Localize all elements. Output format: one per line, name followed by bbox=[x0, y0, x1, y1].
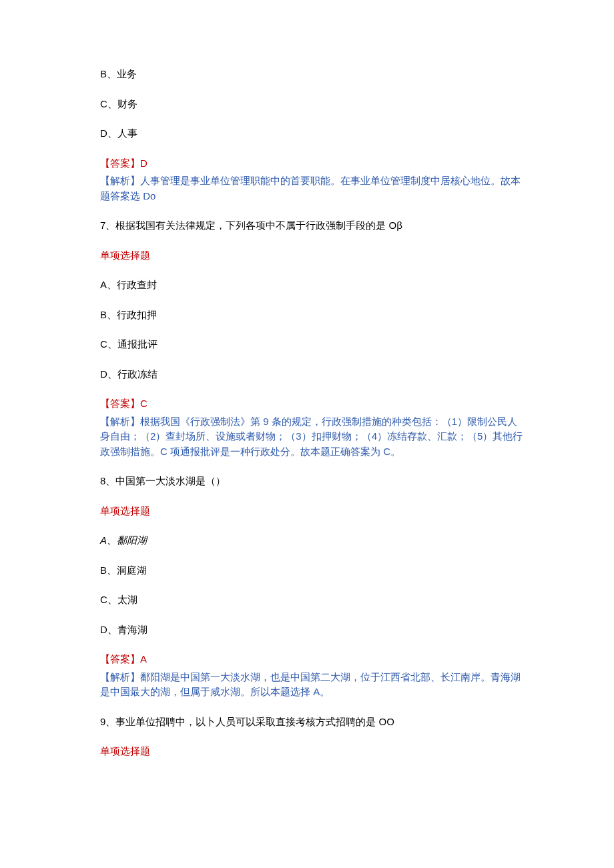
answer-value: A bbox=[140, 653, 147, 665]
q8-option-a: A、鄱阳湖 bbox=[100, 533, 527, 548]
q7-type-label: 单项选择题 bbox=[100, 248, 527, 264]
q9-stem: 9、事业单位招聘中，以卜人员可以采取直接考核方式招聘的是 OO bbox=[100, 715, 527, 730]
q7-option-d: D、行政冻结 bbox=[100, 367, 527, 382]
answer-label: 【答案】 bbox=[100, 157, 140, 169]
q8-type-label: 单项选择题 bbox=[100, 504, 527, 519]
q8-option-a-text: A、鄱阳湖 bbox=[100, 534, 147, 546]
q8-option-c: C、太湖 bbox=[100, 592, 527, 608]
q7-answer: 【答案】C bbox=[100, 396, 527, 412]
q6-option-b: B、业务 bbox=[100, 67, 527, 82]
explain-label: 【解析】 bbox=[100, 175, 140, 186]
explain-label: 【解析】 bbox=[100, 671, 140, 683]
q8-answer: 【答案】A bbox=[100, 652, 527, 667]
q6-option-c: C、财务 bbox=[100, 97, 527, 112]
q7-option-b: B、行政扣押 bbox=[100, 308, 527, 323]
q9-type-label: 单项选择题 bbox=[100, 744, 527, 759]
q7-option-a: A、行政查封 bbox=[100, 278, 527, 293]
explain-text: 根据我国《行政强制法》第 9 条的规定，行政强制措施的种类包括：（1）限制公民人… bbox=[100, 416, 523, 457]
q8-option-d: D、青海湖 bbox=[100, 622, 527, 638]
answer-label: 【答案】 bbox=[100, 653, 140, 665]
q6-answer: 【答案】D bbox=[100, 156, 527, 171]
explain-text: 人事管理是事业单位管理职能中的首要职能。在事业单位管理制度中居核心地位。故本题答… bbox=[100, 175, 521, 201]
answer-value: D bbox=[140, 157, 147, 169]
q6-explain: 【解析】人事管理是事业单位管理职能中的首要职能。在事业单位管理制度中居核心地位。… bbox=[100, 173, 527, 203]
q7-explain: 【解析】根据我国《行政强制法》第 9 条的规定，行政强制措施的种类包括：（1）限… bbox=[100, 414, 527, 460]
answer-value: C bbox=[140, 398, 147, 409]
q8-explain: 【解析】鄱阳湖是中国第一大淡水湖，也是中国第二大湖，位于江西省北部、长江南岸。青… bbox=[100, 670, 527, 700]
answer-label: 【答案】 bbox=[100, 398, 140, 409]
explain-label: 【解析】 bbox=[100, 416, 140, 427]
explain-text: 鄱阳湖是中国第一大淡水湖，也是中国第二大湖，位于江西省北部、长江南岸。青海湖是中… bbox=[100, 671, 521, 698]
q8-option-b: B、洞庭湖 bbox=[100, 563, 527, 578]
q7-option-c: C、通报批评 bbox=[100, 337, 527, 352]
q6-option-d: D、人事 bbox=[100, 126, 527, 141]
q8-stem: 8、中国第一大淡水湖是（） bbox=[100, 474, 527, 489]
q7-stem: 7、根据我国有关法律规定，下列各项中不属于行政强制手段的是 Oβ bbox=[100, 218, 527, 234]
